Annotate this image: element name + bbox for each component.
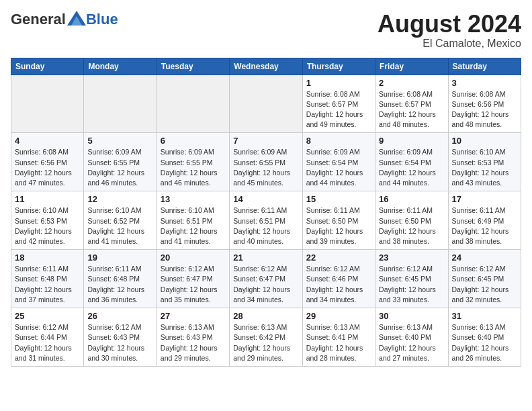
day-number: 17 bbox=[452, 194, 517, 204]
calendar-day-cell bbox=[84, 75, 157, 133]
weekday-header-thursday: Thursday bbox=[302, 58, 375, 75]
day-number: 10 bbox=[452, 136, 517, 146]
day-number: 30 bbox=[379, 311, 444, 321]
day-number: 29 bbox=[306, 311, 371, 321]
calendar-day-cell: 19Sunrise: 6:11 AMSunset: 6:48 PMDayligh… bbox=[84, 250, 157, 308]
calendar-day-cell: 21Sunrise: 6:12 AMSunset: 6:47 PMDayligh… bbox=[230, 250, 302, 308]
calendar-day-cell: 28Sunrise: 6:13 AMSunset: 6:42 PMDayligh… bbox=[230, 308, 302, 367]
calendar-day-cell: 6Sunrise: 6:09 AMSunset: 6:55 PMDaylight… bbox=[157, 133, 229, 191]
weekday-header-wednesday: Wednesday bbox=[230, 58, 302, 75]
calendar-day-cell: 15Sunrise: 6:11 AMSunset: 6:50 PMDayligh… bbox=[302, 191, 375, 250]
day-number: 27 bbox=[161, 311, 226, 321]
day-info-text: Sunrise: 6:08 AMSunset: 6:57 PMDaylight:… bbox=[379, 89, 444, 130]
calendar-week-row: 11Sunrise: 6:10 AMSunset: 6:53 PMDayligh… bbox=[11, 191, 521, 250]
day-info-text: Sunrise: 6:11 AMSunset: 6:50 PMDaylight:… bbox=[306, 205, 371, 246]
location-subtitle: El Camalote, Mexico bbox=[378, 38, 521, 50]
day-number: 3 bbox=[452, 78, 517, 88]
calendar-day-cell: 8Sunrise: 6:09 AMSunset: 6:54 PMDaylight… bbox=[302, 133, 375, 191]
day-number: 9 bbox=[379, 136, 444, 146]
day-info-text: Sunrise: 6:11 AMSunset: 6:51 PMDaylight:… bbox=[233, 205, 298, 246]
day-info-text: Sunrise: 6:13 AMSunset: 6:41 PMDaylight:… bbox=[306, 322, 371, 363]
title-block: August 2024 El Camalote, Mexico bbox=[378, 11, 521, 50]
day-info-text: Sunrise: 6:10 AMSunset: 6:53 PMDaylight:… bbox=[452, 147, 517, 188]
day-number: 2 bbox=[379, 78, 444, 88]
day-info-text: Sunrise: 6:08 AMSunset: 6:56 PMDaylight:… bbox=[15, 147, 80, 188]
day-number: 26 bbox=[87, 311, 152, 321]
day-number: 4 bbox=[15, 136, 80, 146]
calendar-day-cell: 27Sunrise: 6:13 AMSunset: 6:43 PMDayligh… bbox=[157, 308, 229, 367]
calendar-week-row: 18Sunrise: 6:11 AMSunset: 6:48 PMDayligh… bbox=[11, 250, 521, 308]
calendar-day-cell: 31Sunrise: 6:13 AMSunset: 6:40 PMDayligh… bbox=[448, 308, 521, 367]
calendar-day-cell: 10Sunrise: 6:10 AMSunset: 6:53 PMDayligh… bbox=[448, 133, 521, 191]
logo-general-text: General bbox=[11, 11, 66, 28]
day-info-text: Sunrise: 6:12 AMSunset: 6:47 PMDaylight:… bbox=[233, 264, 298, 305]
day-info-text: Sunrise: 6:13 AMSunset: 6:40 PMDaylight:… bbox=[379, 322, 444, 363]
calendar-day-cell: 24Sunrise: 6:12 AMSunset: 6:45 PMDayligh… bbox=[448, 250, 521, 308]
day-info-text: Sunrise: 6:12 AMSunset: 6:45 PMDaylight:… bbox=[452, 264, 517, 305]
day-number: 7 bbox=[233, 136, 298, 146]
day-info-text: Sunrise: 6:12 AMSunset: 6:46 PMDaylight:… bbox=[306, 264, 371, 305]
calendar-day-cell: 29Sunrise: 6:13 AMSunset: 6:41 PMDayligh… bbox=[302, 308, 375, 367]
day-info-text: Sunrise: 6:12 AMSunset: 6:47 PMDaylight:… bbox=[161, 264, 226, 305]
day-info-text: Sunrise: 6:10 AMSunset: 6:53 PMDaylight:… bbox=[15, 205, 80, 246]
day-info-text: Sunrise: 6:09 AMSunset: 6:55 PMDaylight:… bbox=[161, 147, 226, 188]
calendar-day-cell: 17Sunrise: 6:11 AMSunset: 6:49 PMDayligh… bbox=[448, 191, 521, 250]
calendar-week-row: 25Sunrise: 6:12 AMSunset: 6:44 PMDayligh… bbox=[11, 308, 521, 367]
day-info-text: Sunrise: 6:08 AMSunset: 6:57 PMDaylight:… bbox=[306, 89, 371, 130]
day-number: 12 bbox=[87, 194, 152, 204]
day-number: 8 bbox=[306, 136, 371, 146]
day-info-text: Sunrise: 6:09 AMSunset: 6:55 PMDaylight:… bbox=[87, 147, 152, 188]
page-header: General Blue August 2024 El Camalote, Me… bbox=[11, 11, 521, 50]
calendar-day-cell: 7Sunrise: 6:09 AMSunset: 6:55 PMDaylight… bbox=[230, 133, 302, 191]
calendar-table: SundayMondayTuesdayWednesdayThursdayFrid… bbox=[11, 58, 521, 367]
calendar-day-cell: 11Sunrise: 6:10 AMSunset: 6:53 PMDayligh… bbox=[11, 191, 84, 250]
day-number: 20 bbox=[161, 253, 226, 263]
calendar-day-cell: 13Sunrise: 6:10 AMSunset: 6:51 PMDayligh… bbox=[157, 191, 229, 250]
weekday-header-sunday: Sunday bbox=[11, 58, 84, 75]
calendar-day-cell bbox=[11, 75, 84, 133]
day-info-text: Sunrise: 6:11 AMSunset: 6:49 PMDaylight:… bbox=[452, 205, 517, 246]
day-number: 23 bbox=[379, 253, 444, 263]
day-number: 1 bbox=[306, 78, 371, 88]
day-info-text: Sunrise: 6:13 AMSunset: 6:43 PMDaylight:… bbox=[161, 322, 226, 363]
calendar-day-cell: 3Sunrise: 6:08 AMSunset: 6:56 PMDaylight… bbox=[448, 75, 521, 133]
day-info-text: Sunrise: 6:12 AMSunset: 6:43 PMDaylight:… bbox=[87, 322, 152, 363]
logo-blue-text: Blue bbox=[86, 11, 118, 28]
day-number: 28 bbox=[233, 311, 298, 321]
day-info-text: Sunrise: 6:12 AMSunset: 6:45 PMDaylight:… bbox=[379, 264, 444, 305]
day-number: 22 bbox=[306, 253, 371, 263]
logo-icon bbox=[67, 11, 86, 26]
day-info-text: Sunrise: 6:13 AMSunset: 6:40 PMDaylight:… bbox=[452, 322, 517, 363]
logo: General Blue bbox=[11, 11, 118, 28]
day-number: 18 bbox=[15, 253, 80, 263]
calendar-day-cell bbox=[157, 75, 229, 133]
calendar-day-cell: 14Sunrise: 6:11 AMSunset: 6:51 PMDayligh… bbox=[230, 191, 302, 250]
day-info-text: Sunrise: 6:11 AMSunset: 6:48 PMDaylight:… bbox=[87, 264, 152, 305]
day-info-text: Sunrise: 6:09 AMSunset: 6:54 PMDaylight:… bbox=[379, 147, 444, 188]
day-info-text: Sunrise: 6:08 AMSunset: 6:56 PMDaylight:… bbox=[452, 89, 517, 130]
day-number: 11 bbox=[15, 194, 80, 204]
day-number: 25 bbox=[15, 311, 80, 321]
day-info-text: Sunrise: 6:09 AMSunset: 6:54 PMDaylight:… bbox=[306, 147, 371, 188]
calendar-day-cell: 20Sunrise: 6:12 AMSunset: 6:47 PMDayligh… bbox=[157, 250, 229, 308]
day-info-text: Sunrise: 6:12 AMSunset: 6:44 PMDaylight:… bbox=[15, 322, 80, 363]
weekday-header-row: SundayMondayTuesdayWednesdayThursdayFrid… bbox=[11, 58, 521, 75]
weekday-header-tuesday: Tuesday bbox=[157, 58, 229, 75]
calendar-day-cell: 22Sunrise: 6:12 AMSunset: 6:46 PMDayligh… bbox=[302, 250, 375, 308]
month-year-title: August 2024 bbox=[378, 11, 521, 38]
calendar-day-cell bbox=[230, 75, 302, 133]
day-number: 21 bbox=[233, 253, 298, 263]
day-number: 16 bbox=[379, 194, 444, 204]
weekday-header-monday: Monday bbox=[84, 58, 157, 75]
calendar-day-cell: 4Sunrise: 6:08 AMSunset: 6:56 PMDaylight… bbox=[11, 133, 84, 191]
weekday-header-saturday: Saturday bbox=[448, 58, 521, 75]
day-info-text: Sunrise: 6:13 AMSunset: 6:42 PMDaylight:… bbox=[233, 322, 298, 363]
calendar-day-cell: 18Sunrise: 6:11 AMSunset: 6:48 PMDayligh… bbox=[11, 250, 84, 308]
calendar-week-row: 1Sunrise: 6:08 AMSunset: 6:57 PMDaylight… bbox=[11, 75, 521, 133]
calendar-week-row: 4Sunrise: 6:08 AMSunset: 6:56 PMDaylight… bbox=[11, 133, 521, 191]
calendar-day-cell: 26Sunrise: 6:12 AMSunset: 6:43 PMDayligh… bbox=[84, 308, 157, 367]
calendar-day-cell: 2Sunrise: 6:08 AMSunset: 6:57 PMDaylight… bbox=[375, 75, 448, 133]
day-info-text: Sunrise: 6:10 AMSunset: 6:52 PMDaylight:… bbox=[87, 205, 152, 246]
day-number: 15 bbox=[306, 194, 371, 204]
calendar-day-cell: 25Sunrise: 6:12 AMSunset: 6:44 PMDayligh… bbox=[11, 308, 84, 367]
